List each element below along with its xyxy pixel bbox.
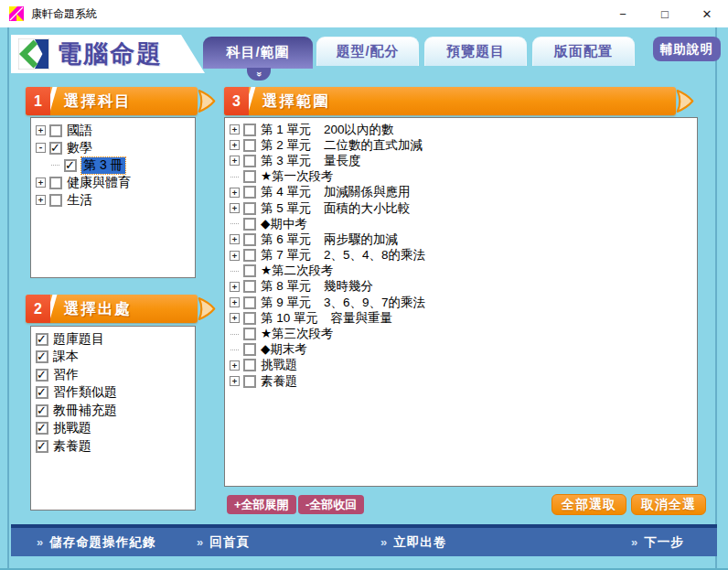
select-all-button[interactable]: 全部選取 — [551, 494, 626, 515]
checkbox[interactable] — [49, 124, 62, 137]
checkbox[interactable] — [243, 186, 256, 199]
source-item[interactable]: 課本 — [33, 349, 193, 367]
expand-icon[interactable]: + — [230, 140, 240, 150]
checkbox[interactable] — [243, 202, 256, 215]
checkbox[interactable] — [49, 194, 62, 207]
range-tree-item[interactable]: +第 4 單元 加減關係與應用 — [227, 185, 695, 200]
range-tree-item-label[interactable]: ◆期末考 — [261, 341, 307, 358]
deselect-all-button[interactable]: 取消全選 — [631, 494, 706, 515]
tab-preview[interactable]: 預覽題目 — [424, 37, 527, 66]
range-tree-item[interactable]: +第 5 單元 面積的大小比較 — [227, 200, 695, 216]
subject-tree-item[interactable]: +健康與體育 — [33, 174, 193, 191]
subject-tree-item[interactable]: +生活 — [33, 191, 193, 209]
range-tree-item[interactable]: +挑戰題 — [227, 358, 695, 373]
expand-icon[interactable]: + — [230, 234, 240, 244]
checkbox[interactable] — [243, 328, 256, 340]
range-tree-item[interactable]: +素養題 — [227, 373, 695, 389]
expand-all-button[interactable]: +全部展開 — [227, 495, 296, 514]
range-tree-item-label[interactable]: ★第一次段考 — [261, 168, 334, 185]
expand-icon[interactable]: + — [36, 125, 46, 135]
range-tree-item[interactable]: +第 3 單元 量長度 — [227, 153, 695, 168]
expand-icon[interactable]: + — [230, 124, 240, 134]
expand-icon[interactable]: + — [36, 177, 46, 188]
subject-tree-item[interactable]: 第 3 冊 — [33, 156, 193, 174]
range-tree-item-label[interactable]: 第 6 單元 兩步驟的加減 — [261, 231, 398, 248]
range-tree-item-label[interactable]: 第 7 單元 2、5、4、8的乘法 — [261, 247, 425, 263]
expand-icon[interactable]: + — [230, 251, 240, 261]
range-tree-item[interactable]: +第 9 單元 3、6、9、7的乘法 — [227, 295, 695, 310]
source-item-label[interactable]: 教冊補充題 — [53, 403, 117, 419]
subject-tree-item-label[interactable]: 數學 — [67, 140, 92, 156]
range-tree-item-label[interactable]: 第 5 單元 面積的大小比較 — [261, 200, 411, 217]
source-item-label[interactable]: 課本 — [53, 349, 79, 365]
checkbox[interactable] — [243, 312, 256, 325]
subject-tree-item[interactable]: -數學 — [33, 139, 193, 156]
subject-tree-item[interactable]: +國語 — [33, 122, 193, 139]
range-tree-item[interactable]: ◆期末考 — [227, 342, 695, 358]
range-tree-item[interactable]: +第 2 單元 二位數的直式加減 — [227, 137, 695, 153]
source-item-label[interactable]: 挑戰題 — [53, 420, 91, 436]
generate-exam-button[interactable]: » 立即出卷 — [380, 528, 446, 556]
range-tree-item[interactable]: +第 7 單元 2、5、4、8的乘法 — [227, 248, 695, 263]
source-item[interactable]: 習作類似題 — [33, 384, 193, 403]
checkbox[interactable] — [243, 170, 256, 183]
collapse-icon[interactable]: - — [36, 143, 46, 153]
checkbox[interactable] — [49, 177, 62, 189]
range-tree-item-label[interactable]: 第 3 單元 量長度 — [261, 153, 361, 169]
checkbox[interactable] — [36, 369, 48, 382]
checkbox[interactable] — [64, 159, 77, 172]
range-tree-item-label[interactable]: 第 10 單元 容量與重量 — [261, 310, 392, 327]
checkbox[interactable] — [243, 264, 256, 277]
range-tree-item[interactable]: ★第三次段考 — [227, 326, 695, 341]
range-tree-item-label[interactable]: 第 4 單元 加減關係與應用 — [261, 184, 411, 200]
checkbox[interactable] — [36, 350, 48, 363]
checkbox[interactable] — [243, 375, 256, 388]
range-tree-item[interactable]: ★第二次段考 — [227, 263, 695, 279]
checkbox[interactable] — [36, 422, 48, 435]
source-item[interactable]: 題庫題目 — [33, 330, 193, 349]
expand-icon[interactable]: + — [230, 282, 240, 292]
range-tree-item[interactable]: +第 6 單元 兩步驟的加減 — [227, 231, 695, 247]
checkbox[interactable] — [36, 386, 48, 399]
subject-tree-item-label[interactable]: 生活 — [67, 192, 92, 209]
source-item[interactable]: 挑戰題 — [33, 420, 193, 438]
checkbox[interactable] — [36, 404, 48, 417]
expand-icon[interactable]: + — [230, 156, 240, 166]
maximize-button[interactable]: □ — [644, 0, 686, 27]
range-tree-item-label[interactable]: 第 9 單元 3、6、9、7的乘法 — [261, 295, 425, 311]
source-item-label[interactable]: 題庫題目 — [53, 331, 104, 348]
range-tree-item-label[interactable]: 挑戰題 — [261, 357, 298, 373]
checkbox[interactable] — [36, 333, 48, 346]
next-step-button[interactable]: » 下一步 — [631, 528, 684, 556]
minimize-button[interactable]: − — [602, 0, 644, 27]
tab-layout[interactable]: 版面配置 — [532, 37, 635, 66]
close-button[interactable]: ✕ — [686, 0, 728, 27]
checkbox[interactable] — [243, 139, 256, 152]
expand-icon[interactable]: + — [36, 195, 46, 205]
subject-tree-item-label[interactable]: 健康與體育 — [67, 175, 131, 191]
expand-icon[interactable]: + — [230, 360, 240, 371]
range-tree-item-label[interactable]: 第 8 單元 幾時幾分 — [261, 278, 373, 295]
checkbox[interactable] — [243, 155, 256, 167]
checkbox[interactable] — [243, 280, 256, 293]
range-tree-item[interactable]: +第 10 單元 容量與重量 — [227, 310, 695, 326]
subject-tree-item-label[interactable]: 國語 — [67, 123, 92, 139]
range-tree-item[interactable]: +第 1 單元 200以內的數 — [227, 122, 695, 137]
range-tree-item-label[interactable]: 第 1 單元 200以內的數 — [261, 122, 394, 138]
checkbox[interactable] — [243, 249, 256, 262]
tab-question-type[interactable]: 題型/配分 — [316, 37, 419, 66]
source-item[interactable]: 習作 — [33, 366, 193, 384]
tab-subject-range[interactable]: 科目/範圍 — [203, 37, 313, 69]
source-item[interactable]: 教冊補充題 — [33, 402, 193, 420]
checkbox[interactable] — [243, 124, 256, 136]
range-tree-item[interactable]: ★第一次段考 — [227, 169, 695, 185]
checkbox[interactable] — [243, 233, 256, 246]
range-tree-item-label[interactable]: ◆期中考 — [261, 216, 307, 232]
source-item-label[interactable]: 素養題 — [53, 438, 91, 455]
help-button[interactable]: 輔助說明 — [653, 37, 721, 61]
checkbox[interactable] — [49, 142, 62, 155]
home-button[interactable]: » 回首頁 — [197, 528, 250, 556]
collapse-all-button[interactable]: -全部收回 — [298, 495, 364, 514]
checkbox[interactable] — [243, 296, 256, 309]
expand-icon[interactable]: + — [230, 376, 240, 386]
